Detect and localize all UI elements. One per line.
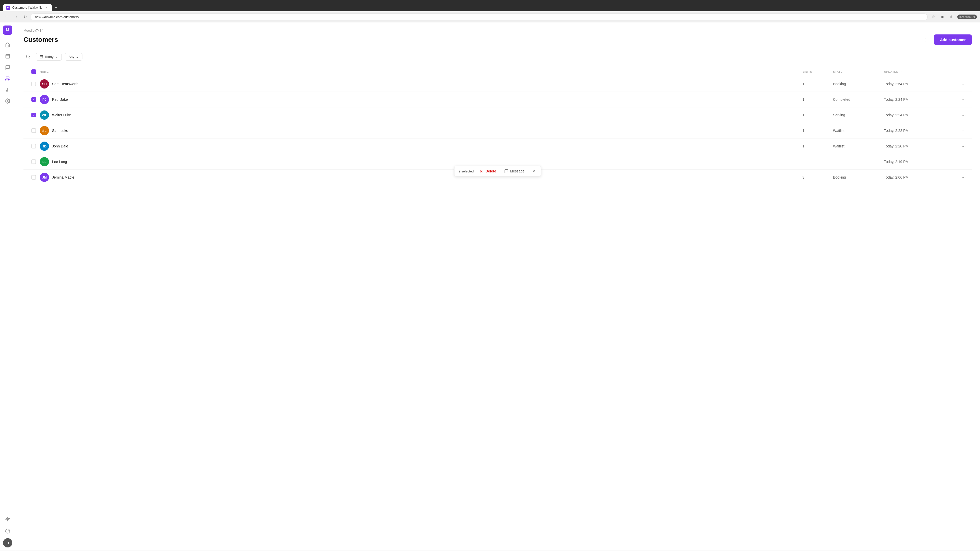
visits-cell: 1: [802, 144, 833, 148]
updated-column-header: UPDATED ↕: [884, 70, 956, 73]
customer-name: Lee Long: [52, 160, 67, 164]
profile-button[interactable]: ⚛: [948, 13, 955, 21]
row-more-button[interactable]: ⋯: [959, 142, 968, 150]
bulk-delete-button[interactable]: Delete: [478, 168, 498, 174]
state-cell: Serving: [833, 113, 884, 117]
row-more-button[interactable]: ⋯: [959, 80, 968, 88]
row-checkbox-paul-jake[interactable]: ✓: [32, 97, 36, 102]
delete-icon: [480, 169, 484, 173]
updated-sort-icon: ↕: [900, 70, 902, 73]
address-bar-row: ← → ↻ new.waitwhile.com/customers ☆ ■ ⚛ …: [0, 11, 980, 22]
analytics-icon: [5, 87, 10, 92]
row-checkbox-lee-long[interactable]: [32, 159, 36, 164]
customer-avatar: PJ: [40, 95, 49, 104]
date-filter-chevron-icon: ⌄: [55, 55, 58, 59]
tab-close-button[interactable]: ×: [45, 6, 49, 10]
browser-tab[interactable]: M Customers | Waitwhile ×: [3, 4, 52, 11]
table-row[interactable]: ✓ WL Walter Luke 1 Serving Today, 2:24 P…: [24, 107, 972, 123]
bulk-close-button[interactable]: ✕: [531, 168, 537, 174]
customer-name: Sam Hemsworth: [52, 82, 78, 86]
new-tab-button[interactable]: +: [52, 4, 59, 11]
customer-cell: JD John Dale: [40, 141, 802, 151]
updated-cell: Today, 2:22 PM: [884, 129, 956, 133]
date-filter-button[interactable]: Today ⌄: [36, 53, 62, 61]
row-more-button[interactable]: ⋯: [959, 111, 968, 119]
page-title: Customers: [24, 36, 58, 44]
visits-cell: 1: [802, 82, 833, 86]
sidebar-item-customers[interactable]: [3, 73, 13, 84]
date-filter-label: Today: [45, 55, 54, 59]
customer-name: Jemina Madie: [52, 175, 74, 179]
svg-marker-9: [6, 517, 10, 521]
customer-cell: SL Sam Luke: [40, 126, 802, 135]
row-more-button[interactable]: ⋯: [959, 158, 968, 166]
sidebar-item-help[interactable]: [3, 526, 13, 536]
user-avatar[interactable]: U: [3, 538, 12, 548]
table-row[interactable]: JD John Dale 1 Waitlist Today, 2:20 PM ⋯: [24, 138, 972, 154]
state-cell: Waitlist: [833, 144, 884, 148]
updated-cell: Today, 2:54 PM: [884, 82, 956, 86]
sidebar-item-chat[interactable]: [3, 62, 13, 73]
state-cell: Waitlist: [833, 129, 884, 133]
customer-name: John Dale: [52, 144, 68, 148]
customer-cell: WL Walter Luke: [40, 110, 802, 120]
table-row[interactable]: ✓ PJ Paul Jake 1 Completed Today, 2:24 P…: [24, 92, 972, 107]
table-row[interactable]: LL Lee Long Today, 2:19 PM ⋯ 2 selected …: [24, 154, 972, 170]
page-header: Customers ⋮ Add customer: [24, 35, 972, 45]
workspace-label: Moodjoy7434: [24, 29, 972, 32]
visits-cell: 1: [802, 129, 833, 133]
updated-cell: Today, 2:20 PM: [884, 144, 956, 148]
customer-name: Paul Jake: [52, 97, 68, 102]
sidebar-item-settings[interactable]: [3, 96, 13, 106]
state-cell: Booking: [833, 82, 884, 86]
filters-row: Today ⌄ Any ⌄: [24, 52, 972, 61]
bookmark-button[interactable]: ☆: [930, 13, 937, 21]
sidebar-item-lightning[interactable]: [3, 514, 13, 524]
more-options-button[interactable]: ⋮: [921, 35, 930, 44]
extensions-button[interactable]: ■: [939, 13, 946, 21]
updated-cell: Today, 2:06 PM: [884, 175, 956, 179]
customers-icon: [5, 76, 10, 81]
bulk-selected-count: 2 selected: [458, 169, 474, 173]
sidebar-item-calendar[interactable]: [3, 51, 13, 61]
refresh-button[interactable]: ↻: [21, 13, 29, 21]
svg-rect-0: [6, 54, 10, 58]
svg-rect-16: [40, 56, 43, 58]
row-checkbox-jemina-madie[interactable]: [32, 175, 36, 179]
search-button[interactable]: [24, 52, 33, 61]
back-button[interactable]: ←: [3, 13, 10, 21]
tab-favicon: M: [6, 6, 10, 10]
svg-text:U: U: [6, 541, 9, 545]
row-checkbox-john-dale[interactable]: [32, 144, 36, 148]
row-more-button[interactable]: ⋯: [959, 95, 968, 103]
any-filter-button[interactable]: Any ⌄: [65, 53, 83, 61]
row-checkbox-sam-hemsworth[interactable]: [32, 82, 36, 86]
sidebar-item-analytics[interactable]: [3, 85, 13, 95]
forward-button[interactable]: →: [12, 13, 19, 21]
row-more-button[interactable]: ⋯: [959, 127, 968, 135]
bulk-message-button[interactable]: Message: [502, 168, 527, 174]
table-row[interactable]: SH Sam Hemsworth 1 Booking Today, 2:54 P…: [24, 76, 972, 92]
visits-cell: 1: [802, 97, 833, 102]
customer-avatar: JM: [40, 173, 49, 182]
row-more-button[interactable]: ⋯: [959, 173, 968, 181]
table-header: – NAME VISITS STATE UPDATED ↕: [24, 67, 972, 76]
calendar-icon: [5, 54, 10, 59]
table-row[interactable]: SL Sam Luke 1 Waitlist Today, 2:22 PM ⋯: [24, 123, 972, 138]
help-icon: [5, 529, 10, 534]
message-icon: [504, 169, 508, 173]
app-logo: M: [3, 25, 12, 35]
customer-cell: JM Jemina Madie: [40, 173, 802, 182]
address-bar[interactable]: new.waitwhile.com/customers: [30, 14, 928, 21]
settings-icon: [5, 98, 10, 103]
customer-name: Walter Luke: [52, 113, 71, 117]
table-rows-container: SH Sam Hemsworth 1 Booking Today, 2:54 P…: [24, 76, 972, 185]
any-filter-label: Any: [68, 55, 74, 59]
select-all-checkbox[interactable]: –: [32, 69, 36, 74]
svg-point-14: [26, 55, 29, 58]
row-checkbox-walter-luke[interactable]: ✓: [32, 113, 36, 118]
search-icon: [26, 54, 30, 59]
sidebar-item-home[interactable]: [3, 40, 13, 50]
add-customer-button[interactable]: Add customer: [934, 35, 972, 45]
row-checkbox-sam-luke[interactable]: [32, 128, 36, 133]
